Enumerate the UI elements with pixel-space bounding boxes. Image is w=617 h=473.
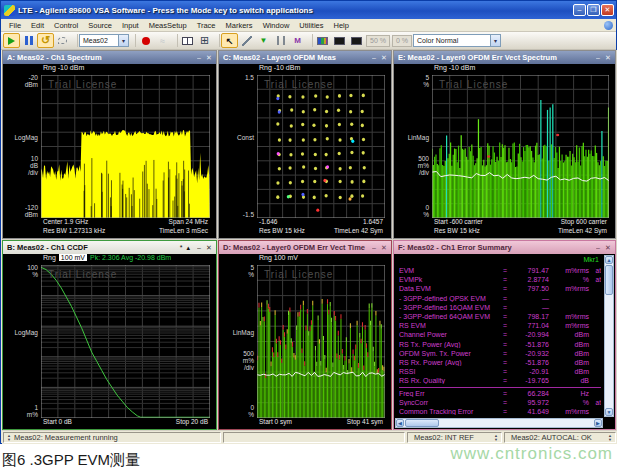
percent-0-box: 0 % — [392, 35, 412, 47]
selection-button[interactable] — [54, 33, 71, 48]
panel-b-plot[interactable]: Trial License — [41, 265, 210, 418]
window-split-button[interactable] — [179, 33, 196, 48]
band-marker-button[interactable] — [272, 33, 289, 48]
menu-help[interactable]: Help — [328, 21, 353, 30]
restart-button[interactable]: ↺ — [37, 33, 54, 48]
scrollbar-thumb[interactable] — [405, 419, 439, 427]
horizontal-scrollbar[interactable]: ◀ ▶ — [395, 418, 603, 428]
error-summary-row: EVMPk=2.8774%at — [399, 275, 601, 284]
chevron-down-icon[interactable]: ▾ — [118, 35, 128, 46]
panel-a-titlebar[interactable]: A: Meas02 - Ch1 Spectrum – ✕ — [3, 51, 216, 64]
panel-e-plot[interactable]: Trial License — [432, 75, 609, 218]
line-marker-button[interactable] — [238, 33, 255, 48]
menu-meassetup[interactable]: MeasSetup — [144, 21, 192, 30]
play-button[interactable] — [3, 33, 20, 48]
span-label: Span 24 MHz — [169, 218, 208, 227]
pause-button[interactable] — [20, 33, 37, 48]
y-unit-label: dBm — [25, 81, 38, 88]
mag-label: LogMag — [15, 134, 39, 141]
error-summary-row: RSSI=-20.91dBm — [399, 367, 601, 376]
panel-f-minimize-icon[interactable]: – — [593, 244, 603, 251]
toolbar-separator — [172, 34, 178, 47]
panel-f-close-icon[interactable]: ✕ — [603, 244, 613, 252]
marker-down-button[interactable]: ▼ — [255, 33, 272, 48]
pin-icon[interactable]: ▴ — [186, 244, 190, 252]
color-mode-select[interactable]: Color Normal▾ — [413, 34, 501, 47]
pointer-button[interactable]: ↖ — [221, 33, 238, 48]
error-summary-row: - 3GPP-defined QPSK EVM=— — [399, 294, 601, 303]
panel-c-plot[interactable]: Trial License — [257, 75, 385, 218]
scroll-up-icon[interactable]: ▲ — [605, 256, 613, 264]
scroll-right-icon[interactable]: ▶ — [594, 419, 602, 427]
help-icon[interactable] — [604, 21, 613, 30]
split-icon — [182, 37, 193, 45]
panel-e-minimize-icon[interactable]: – — [593, 54, 603, 61]
trial-license-watermark: Trial License — [264, 269, 333, 280]
spinner-icon[interactable]: ▲▼ — [7, 434, 11, 442]
display-dark-button[interactable] — [331, 33, 348, 48]
autocal-status: Meas02: AUTOCAL: OK ▲▼ — [504, 432, 616, 443]
menu-utilities[interactable]: Utilities — [294, 21, 328, 30]
chevron-down-icon[interactable]: ▾ — [490, 35, 500, 46]
vertical-scrollbar[interactable]: ▲ ▼ — [604, 255, 614, 417]
panel-a-minimize-icon[interactable]: – — [194, 54, 204, 61]
panel-d-minimize-icon[interactable]: – — [369, 244, 379, 251]
panel-c-range: Rng -10 dBm — [219, 64, 391, 74]
panel-f-titlebar[interactable]: F: Meas02 - Ch1 Error Summary – ✕ — [394, 241, 615, 254]
error-summary-row: RS Rx. Power (Avg)=-51.876dBm — [399, 358, 601, 367]
error-summary-row: EVM=791.47m%rmsat — [399, 266, 601, 275]
status-spacer — [223, 432, 405, 443]
panel-a-axis: -20dBm LogMag 10dB/div -120dBm — [3, 74, 41, 218]
measurement-select[interactable]: Meas02▾ — [79, 34, 129, 47]
player-button: ≈ — [154, 33, 171, 48]
site-watermark: www.cntronics.com — [451, 444, 613, 464]
menu-window[interactable]: Window — [258, 21, 295, 30]
window-titlebar[interactable]: LTE - Agilent 89600 VSA Software - Press… — [1, 1, 616, 19]
panel-e-err-vect-spectrum: E: Meas02 - Layer0 OFDM Err Vect Spectru… — [393, 50, 616, 239]
record-button[interactable] — [137, 33, 154, 48]
toolbar-separator — [214, 34, 220, 47]
display-dark2-button[interactable] — [348, 33, 365, 48]
panel-c-titlebar[interactable]: C: Meas02 - Layer0 OFDM Meas – ✕ — [219, 51, 391, 64]
panel-e-close-icon[interactable]: ✕ — [603, 54, 613, 62]
panel-e-titlebar[interactable]: E: Meas02 - Layer0 OFDM Err Vect Spectru… — [394, 51, 615, 64]
menu-edit[interactable]: Edit — [26, 21, 49, 30]
marker-m-button[interactable]: M — [289, 33, 306, 48]
spinner-icon[interactable]: ▲▼ — [608, 434, 612, 442]
panel-b-close-icon[interactable]: ✕ — [204, 244, 214, 252]
window-grid-button[interactable]: ⊞ — [196, 33, 213, 48]
menu-control[interactable]: Control — [49, 21, 83, 30]
panel-d-axis: 5% LinMag 500m%/div 0% — [219, 264, 257, 418]
panel-b-ccdf: B: Meas02 - Ch1 CCDF * ▴ – ✕ Rng100 mVPk… — [2, 240, 217, 430]
scroll-left-icon[interactable]: ◀ — [396, 419, 404, 427]
panel-b-titlebar[interactable]: B: Meas02 - Ch1 CCDF * ▴ – ✕ — [3, 241, 216, 254]
range-value-box[interactable]: 100 mV — [59, 254, 87, 261]
spinner-icon[interactable]: ▲▼ — [494, 434, 498, 442]
panel-d-close-icon[interactable]: ✕ — [379, 244, 389, 252]
panel-a-plot[interactable]: Trial License — [41, 75, 210, 218]
panel-a-title: A: Meas02 - Ch1 Spectrum — [7, 53, 194, 62]
maximize-button[interactable]: ❐ — [587, 4, 600, 16]
menu-input[interactable]: Input — [117, 21, 144, 30]
panel-c-close-icon[interactable]: ✕ — [379, 54, 389, 62]
colorbars-icon — [317, 37, 328, 45]
scroll-down-icon[interactable]: ▼ — [605, 408, 613, 416]
close-button[interactable]: ✕ — [601, 4, 614, 16]
minimize-button[interactable]: – — [573, 4, 586, 16]
menu-source[interactable]: Source — [83, 21, 117, 30]
play-icon — [8, 37, 15, 45]
panel-c-axis: 1.5 Const -1.5 — [219, 74, 257, 218]
menu-markers[interactable]: Markers — [221, 21, 258, 30]
menu-trace[interactable]: Trace — [192, 21, 221, 30]
panel-b-minimize-icon[interactable]: – — [194, 244, 204, 251]
color-display-button[interactable] — [314, 33, 331, 48]
scrollbar-thumb[interactable] — [605, 265, 613, 295]
toolbar-separator — [307, 34, 313, 47]
panel-d-titlebar[interactable]: D: Meas02 - Layer0 OFDM Err Vect Time – … — [219, 241, 391, 254]
panel-d-plot[interactable]: Trial License — [257, 265, 385, 418]
panel-c-minimize-icon[interactable]: – — [369, 54, 379, 61]
panel-f-error-summary: F: Meas02 - Ch1 Error Summary – ✕ Mkr1 E… — [393, 240, 616, 430]
menu-file[interactable]: File — [4, 21, 26, 30]
panel-a-close-icon[interactable]: ✕ — [204, 54, 214, 62]
band-icon — [277, 36, 285, 45]
